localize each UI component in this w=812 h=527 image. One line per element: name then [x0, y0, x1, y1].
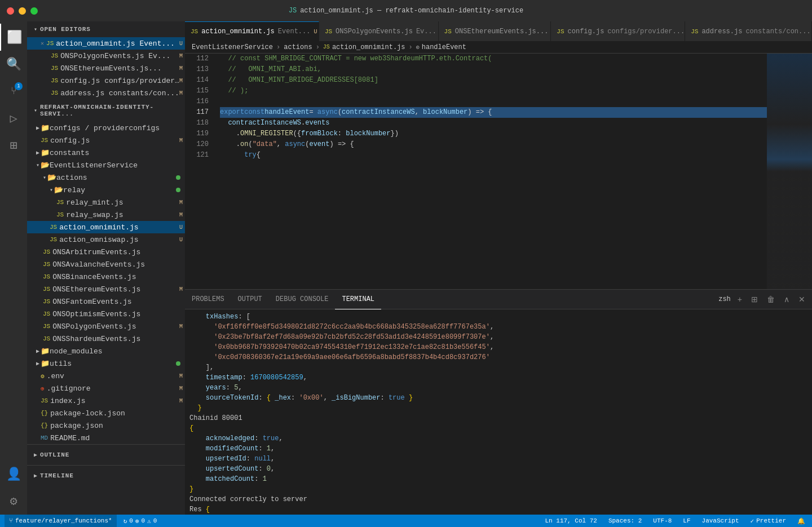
- panel-tab-problems[interactable]: PROBLEMS: [185, 290, 231, 309]
- breadcrumb: EventListenerService › actions › JS acti…: [185, 41, 812, 54]
- activity-search[interactable]: 🔍: [0, 51, 27, 78]
- file-package-lock[interactable]: {}package-lock.json: [27, 407, 185, 419]
- terminal-trash-button[interactable]: 🗑: [765, 294, 777, 305]
- terminal-maximize-button[interactable]: ∧: [782, 294, 792, 305]
- folder-configs[interactable]: ▶ 📁 configs / providerconfigs: [27, 122, 185, 134]
- close-button[interactable]: [7, 7, 14, 15]
- position-text: Ln 117, Col 72: [545, 517, 597, 524]
- terminal-add-button[interactable]: +: [735, 294, 744, 305]
- activity-git[interactable]: ⑂ 1: [0, 78, 27, 105]
- status-position[interactable]: Ln 117, Col 72: [542, 517, 599, 524]
- file-config[interactable]: JS config.js M: [27, 134, 185, 147]
- open-editor-item[interactable]: JS ONSPolygonEvents.js Ev... M: [27, 50, 185, 62]
- status-notifications[interactable]: 🔔: [795, 517, 807, 525]
- folder-utils[interactable]: ▶📁utils: [27, 357, 185, 370]
- breadcrumb-item[interactable]: EventListenerService: [192, 43, 273, 51]
- tab-ons-polygon[interactable]: JS ONSPolygonEvents.js Ev... M: [319, 21, 439, 41]
- js-icon: JS: [43, 261, 50, 268]
- status-line-ending[interactable]: LF: [681, 517, 692, 524]
- file-relay-swap[interactable]: JS relay_swap.js M: [27, 209, 185, 221]
- file-action-omniswap[interactable]: JS action_omniswap.js U: [27, 233, 185, 246]
- status-prettier[interactable]: ✓ Prettier: [748, 517, 788, 525]
- panel-tab-terminal[interactable]: TERMINAL: [335, 290, 381, 309]
- activity-account[interactable]: 👤: [0, 460, 27, 488]
- panel-tab-debug[interactable]: DEBUG CONSOLE: [269, 290, 336, 309]
- status-errors[interactable]: ↻ 0 ⊗ 0 ⚠ 0: [123, 517, 157, 525]
- git-badge: 1: [15, 82, 23, 90]
- open-editor-item[interactable]: JS ONSEthereumEvents.js... M: [27, 62, 185, 74]
- tab-ons-ethereum[interactable]: JS ONSEthereumEvents.js... M: [439, 21, 551, 41]
- status-language[interactable]: JavaScript: [700, 517, 742, 524]
- file-env[interactable]: ⚙.envM: [27, 370, 185, 382]
- folder-event-listener[interactable]: ▾ 📂 EventListenerService: [27, 159, 185, 171]
- panel-close-button[interactable]: ✕: [796, 294, 807, 305]
- file-ons-shardeum[interactable]: JSONSShardeumEvents.js: [27, 333, 185, 345]
- terminal-line: upsertedCount: 0,: [189, 464, 807, 474]
- timeline-header[interactable]: ▶ TIMELINE: [27, 468, 185, 484]
- folder-icon: 📁: [41, 347, 50, 356]
- js-file-icon: JS: [46, 40, 54, 47]
- warning-icon: ⚠: [147, 517, 151, 525]
- panel-tab-actions: zsh + ⊞ 🗑 ∧ ✕: [718, 294, 812, 305]
- folder-chevron: ▾: [36, 162, 39, 169]
- window-controls[interactable]: [7, 7, 38, 15]
- file-indicator: U: [179, 237, 183, 243]
- panel-tab-output[interactable]: OUTPUT: [231, 290, 269, 309]
- outline-header[interactable]: ▶ OUTLINE: [27, 447, 185, 463]
- terminal-content[interactable]: txHashes: [ '0xf16f6ff0e8f5d3498021d8272…: [185, 309, 812, 515]
- tab-path: constants/con...: [745, 28, 810, 36]
- file-index[interactable]: JSindex.jsM: [27, 395, 185, 407]
- open-editor-item[interactable]: ✕ JS action_omnimint.js Event... U: [27, 37, 185, 50]
- folder-relay[interactable]: ▾ 📂 relay: [27, 184, 185, 196]
- maximize-button[interactable]: [30, 7, 38, 15]
- project-header[interactable]: ▾ REFRAKT-OMNICHAIN-IDENTITY-SERVI...: [27, 99, 185, 122]
- open-editor-item[interactable]: JS config.js configs/provider... M: [27, 74, 185, 87]
- open-editors-chevron: ▾: [34, 26, 38, 33]
- open-editors-header[interactable]: ▾ OPEN EDITORS: [27, 21, 185, 37]
- folder-node-modules[interactable]: ▶📁node_modules: [27, 345, 185, 357]
- git-branch[interactable]: ⑂ feature/relayer_functions*: [5, 515, 117, 527]
- file-action-omnimint[interactable]: JS action_omnimint.js U: [27, 221, 185, 233]
- breadcrumb-item[interactable]: actions: [284, 43, 312, 51]
- activity-explorer[interactable]: ⬜: [0, 24, 27, 51]
- tab-address[interactable]: JS address.js constants/con... M: [685, 21, 812, 41]
- file-ons-ethereum[interactable]: JSONSEthereumEvents.jsM: [27, 283, 185, 295]
- code-editor: 112 113 114 115 116 117 118 119 120 121 …: [185, 54, 812, 289]
- tab-config[interactable]: JS config.js configs/provider... M: [551, 21, 685, 41]
- tab-action-omnimint[interactable]: JS action_omnimint.js Event... U ×: [185, 21, 319, 41]
- js-icon: JS: [43, 323, 50, 330]
- activity-extensions[interactable]: ⊞: [0, 132, 27, 159]
- status-spaces[interactable]: Spaces: 2: [606, 517, 644, 524]
- file-ons-avalanche[interactable]: JSONSAvalancheEvents.js: [27, 258, 185, 271]
- status-encoding[interactable]: UTF-8: [651, 517, 674, 524]
- terminal-split-button[interactable]: ⊞: [749, 294, 760, 305]
- file-readme[interactable]: MDREADME.md: [27, 432, 185, 444]
- sidebar: ▾ OPEN EDITORS ✕ JS action_omnimint.js E…: [27, 21, 185, 515]
- breadcrumb-item[interactable]: JS action_omnimint.js: [323, 43, 405, 51]
- file-ons-optimism[interactable]: JSONSOptimismEvents.js: [27, 308, 185, 320]
- js-file-icon: JS: [51, 52, 58, 59]
- js-icon: JS: [43, 249, 50, 255]
- open-editor-item[interactable]: JS address.js constants/con... M: [27, 87, 185, 99]
- file-ons-polygon[interactable]: JSONSPolygonEvents.jsM: [27, 320, 185, 333]
- file-package[interactable]: {}package.json: [27, 419, 185, 432]
- file-ons-arbitrum[interactable]: JSONSArbitrumEvents.js: [27, 246, 185, 258]
- breadcrumb-item[interactable]: ⊙ handleEvent: [416, 43, 466, 51]
- terminal-line: sourceTokenId: { _hex: '0x00', _isBigNum…: [189, 393, 807, 403]
- file-ons-fantom[interactable]: JSONSFantomEvents.js: [27, 295, 185, 308]
- folder-actions[interactable]: ▾ 📂 actions: [27, 171, 185, 184]
- file-ons-binance[interactable]: JSONSBinanceEvents.js: [27, 271, 185, 283]
- file-relay-mint[interactable]: JS relay_mint.js M: [27, 196, 185, 209]
- file-indicator: M: [179, 138, 183, 144]
- folder-constants[interactable]: ▶ 📁 constants: [27, 147, 185, 159]
- file-gitignore[interactable]: ⊕.gitignoreM: [27, 382, 185, 395]
- minimize-button[interactable]: [19, 7, 26, 15]
- close-icon[interactable]: ✕: [41, 40, 44, 47]
- activity-settings[interactable]: ⚙: [0, 488, 27, 515]
- file-label: ONSOptimismEvents.js: [52, 310, 185, 318]
- activity-run[interactable]: ▷: [0, 105, 27, 132]
- file-label: ONSPolygonEvents.js: [52, 322, 179, 331]
- tab-label: address.js: [701, 28, 742, 36]
- code-content[interactable]: // const SHM_BRIDGE_CONTRACT = new web3S…: [213, 54, 767, 289]
- folder-icon: 📂: [41, 161, 50, 170]
